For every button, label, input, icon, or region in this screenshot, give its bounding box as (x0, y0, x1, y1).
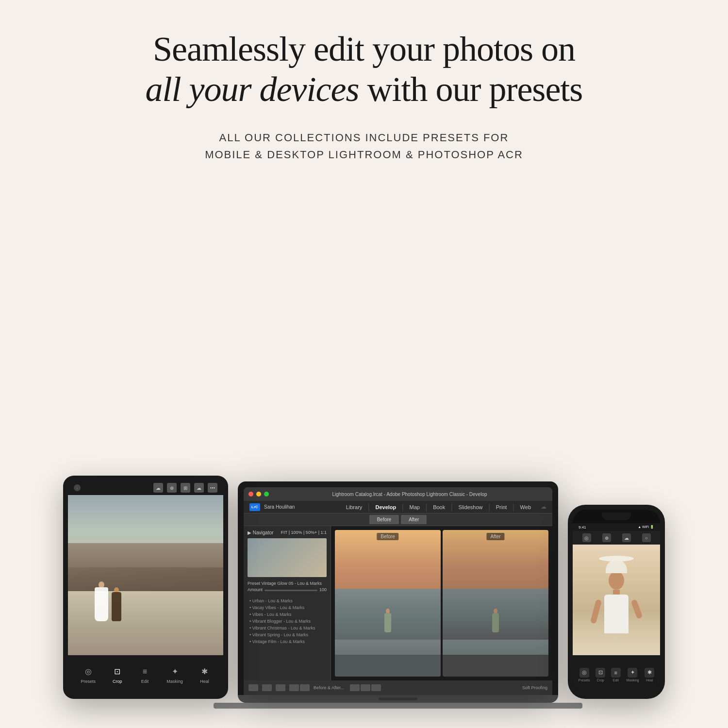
titlebar-text: Lightroom Catalog.lrcat - Adobe Photosho… (272, 492, 547, 497)
phone-toolbar: ◎ ⊕ ☁ ○ (573, 531, 660, 545)
phone-masking-icon: ✦ (628, 668, 637, 678)
before-after-toggle[interactable]: Before & After... (314, 685, 344, 690)
soft-proofing-label: Soft Proofing (522, 685, 547, 690)
phone-heal-label: Heal (646, 678, 653, 682)
amount-value: 100 (319, 587, 327, 592)
lr-content: Before (331, 526, 552, 680)
phone-presets-icon: ◎ (579, 668, 589, 678)
tablet-bottom-bar: ◎ Presets ⊡ Crop ≡ Edit ✦ Masking (68, 655, 223, 694)
phone-tool-masking[interactable]: ✦ Masking (626, 668, 639, 682)
laptop-screen: Lightroom Catalog.lrcat - Adobe Photosho… (244, 487, 552, 695)
tablet-icon-4: ☁ (194, 483, 204, 493)
navigator-thumb (248, 538, 327, 577)
before-photo-label: Before (377, 533, 398, 540)
after-btn[interactable]: After (401, 515, 427, 524)
nav-map[interactable]: Map (410, 504, 420, 510)
edit-icon: ≡ (139, 666, 150, 678)
before-btn[interactable]: Before (369, 515, 399, 524)
devices-container: ‹ ☁ ⊕ ⊞ ☁ ••• (39, 192, 689, 709)
laptop-stand-notch (379, 697, 417, 700)
photo-mountain (68, 543, 223, 591)
tablet-icon-5: ••• (208, 483, 217, 493)
lr-compare-btn-2[interactable] (361, 684, 370, 691)
phone-status-icons: ▲ WiFi 🔋 (638, 525, 654, 529)
phone-toolbar-icon-1[interactable]: ◎ (582, 533, 591, 542)
bride-figure (95, 581, 108, 621)
preset-item[interactable]: • Vacay Vibes - Lou & Marks (248, 604, 327, 611)
laptop-main: ▶ Navigator FIT | 100% | 50%+ | 1:1 Pres… (244, 526, 552, 680)
tablet-tool-crop[interactable]: ⊡ Crop (112, 666, 123, 684)
after-photo-label: After (486, 533, 504, 540)
preset-item[interactable]: • Vibrant Christmas - Lou & Marks (248, 625, 327, 631)
traffic-light-red[interactable] (248, 492, 253, 496)
lr-bottom-btn-3[interactable] (276, 684, 285, 691)
nav-web[interactable]: Web (520, 504, 531, 510)
hat-brim (599, 556, 634, 562)
after-ground (443, 655, 548, 677)
nav-slideshow[interactable]: Slideshow (458, 504, 482, 510)
phone-tool-presets[interactable]: ◎ Presets (579, 668, 590, 682)
phone-tool-crop[interactable]: ⊡ Crop (596, 668, 605, 682)
laptop-wrapper: Lightroom Catalog.lrcat - Adobe Photosho… (214, 481, 582, 709)
before-photo (335, 530, 441, 677)
amount-slider[interactable] (265, 590, 317, 591)
tablet-icon-3: ⊞ (181, 483, 190, 493)
phone-toolbar-icon-3[interactable]: ☁ (622, 533, 631, 542)
subheadline-line2: MOBILE & DESKTOP LIGHTROOM & PHOTOSHOP A… (205, 149, 523, 161)
lr-view-btn-2[interactable] (300, 684, 310, 691)
subheadline-line1: ALL OUR COLLECTIONS INCLUDE PRESETS FOR (219, 132, 509, 144)
lr-sidebar: ▶ Navigator FIT | 100% | 50%+ | 1:1 Pres… (244, 526, 331, 680)
tablet-photo-area (68, 495, 223, 655)
preset-item[interactable]: • Vintage Film - Lou & Marks (248, 638, 327, 645)
preset-item[interactable]: • Vibes - Lou & Marks (248, 611, 327, 618)
tablet-tool-edit[interactable]: ≡ Edit (139, 666, 150, 684)
tablet-icon-2: ⊕ (167, 483, 177, 493)
tablet-tool-masking[interactable]: ✦ Masking (166, 666, 183, 684)
lr-badge: LrC (249, 503, 260, 511)
nav-develop[interactable]: Develop (376, 504, 397, 510)
laptop-desk (214, 703, 582, 709)
woman-body (604, 595, 629, 633)
masking-icon: ✦ (169, 666, 181, 678)
tablet-back-icon[interactable]: ‹ (74, 484, 81, 491)
tablet-device: ‹ ☁ ⊕ ⊞ ☁ ••• (63, 476, 228, 699)
preset-item[interactable]: • Vibrant Blogger - Lou & Marks (248, 618, 327, 625)
nav-print[interactable]: Print (496, 504, 507, 510)
phone-toolbar-icon-2[interactable]: ⊕ (602, 533, 611, 542)
lr-compare-btn-1[interactable] (350, 684, 360, 691)
phone-edit-icon: ≡ (611, 668, 621, 678)
tablet-tool-presets[interactable]: ◎ Presets (81, 666, 96, 684)
headline-line1: Seamlessly edit your photos on (153, 30, 575, 68)
traffic-light-yellow[interactable] (256, 492, 261, 496)
preset-item[interactable]: • Vibrant Spring - Lou & Marks (248, 631, 327, 638)
nav-book[interactable]: Book (433, 504, 445, 510)
phone-time: 9:41 (579, 525, 586, 529)
crop-icon: ⊡ (112, 666, 123, 678)
tablet-tool-heal[interactable]: ✱ Heal (199, 666, 211, 684)
subheadline: ALL OUR COLLECTIONS INCLUDE PRESETS FOR … (205, 129, 523, 163)
traffic-light-green[interactable] (264, 492, 269, 496)
preset-item[interactable]: • Urban - Lou & Marks (248, 597, 327, 604)
phone-crop-label: Crop (597, 678, 604, 682)
phone-crop-icon: ⊡ (596, 668, 605, 678)
lr-view-btn-1[interactable] (289, 684, 299, 691)
lr-compare-buttons (350, 684, 381, 691)
lr-view-buttons (289, 684, 310, 691)
page-container: Seamlessly edit your photos on all your … (0, 0, 728, 728)
phone-notch-bar (573, 510, 660, 523)
lr-compare-btn-3[interactable] (371, 684, 381, 691)
heal-label: Heal (200, 679, 209, 684)
nav-library[interactable]: Library (346, 504, 363, 510)
phone-status-bar: 9:41 ▲ WiFi 🔋 (573, 523, 660, 531)
masking-label: Masking (166, 679, 183, 684)
edit-label: Edit (141, 679, 149, 684)
phone-inner: 9:41 ▲ WiFi 🔋 ◎ ⊕ ☁ ○ (573, 510, 660, 694)
phone-tool-heal[interactable]: ✱ Heal (645, 668, 654, 682)
lr-user: Sara Houlihan (264, 504, 295, 510)
phone-tool-edit[interactable]: ≡ Edit (611, 668, 621, 682)
phone-toolbar-icon-4[interactable]: ○ (642, 533, 651, 542)
hat-crown (606, 560, 627, 573)
lr-bottom-btn-1[interactable] (248, 684, 258, 691)
lr-bottom-btn-2[interactable] (262, 684, 272, 691)
woman-neck (613, 590, 620, 595)
